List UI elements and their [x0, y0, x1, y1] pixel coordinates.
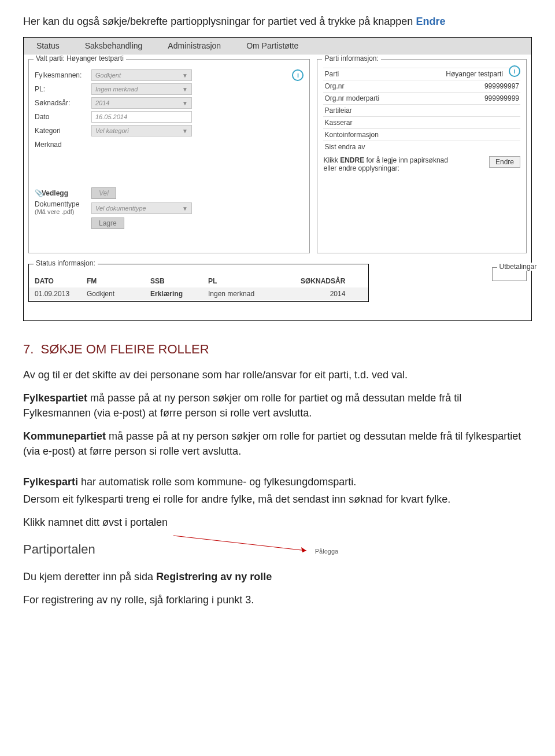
kv-orgnr-v: 999999997 [484, 82, 519, 90]
vel-button[interactable]: Vel [91, 187, 116, 199]
screenshot-main: Status Saksbehandling Administrasjon Om … [23, 37, 532, 321]
label-soknadsar: Søknadsår: [35, 99, 87, 107]
select-dokumenttype[interactable]: Vel dokumenttype▼ [91, 202, 192, 214]
label-pl: PL: [35, 85, 87, 93]
kv-partileiar-k: Partileiar [324, 106, 352, 115]
label-dokumenttype: Dokumenttype(Må vere .pdf) [35, 201, 87, 216]
chevron-down-icon: ▼ [182, 128, 188, 134]
kv-konto-k: Kontoinformasjon [324, 131, 378, 139]
panel-utbetalingar: Utbetalingar [492, 267, 527, 281]
svg-marker-1 [301, 547, 306, 552]
label-merknad: Merknad [35, 141, 87, 149]
status-table-row: 01.09.2013 Godkjent Erklæring Ingen merk… [29, 287, 368, 300]
endre-button[interactable]: Endre [489, 156, 520, 168]
kv-orgnrmoder-v: 999999999 [484, 94, 519, 102]
panel-legend-status: Status informasjon: [34, 259, 98, 267]
panel-legend-utbet: Utbetalingar [497, 263, 539, 271]
p-skifte: Av og til er det skifte av dei personane… [23, 367, 532, 382]
tab-bar: Status Saksbehandling Administrasjon Om … [24, 38, 531, 54]
label-kategori: Kategori [35, 127, 87, 135]
kv-parti-k: Parti [324, 70, 339, 78]
kv-orgnrmoder-k: Org.nr moderparti [324, 94, 379, 102]
p-fylkesparti2: Dersom eit fylkesparti treng ei rolle fo… [23, 492, 532, 507]
chevron-down-icon: ▼ [182, 205, 188, 212]
partiportalen-title: Partiportalen [23, 542, 95, 557]
label-fylkesmannen: Fylkesmannen: [35, 71, 87, 79]
endre-note: Klikk ENDRE for å legje inn papirsøknad … [323, 156, 462, 172]
p-fylkesparti: Fylkesparti har automatisk rolle som kom… [23, 474, 532, 489]
tab-saksbehandling[interactable]: Saksbehandling [72, 38, 156, 54]
arrow-annotation [173, 534, 318, 560]
panel-legend-left: Valt parti: Høyanger testparti [34, 54, 126, 62]
tab-administrasjon[interactable]: Administrasjon [155, 38, 234, 54]
chevron-down-icon: ▼ [182, 72, 188, 79]
p-fylkespartiet: Fylkespartiet må passe på at ny person s… [23, 390, 532, 421]
kv-parti-v: Høyanger testparti [446, 70, 503, 78]
kv-orgnr-k: Org.nr [324, 82, 344, 90]
svg-line-0 [173, 536, 306, 551]
intro-endre: Endre [416, 16, 445, 27]
status-table-header: DATO FM SSB PL SØKNADSÅR [29, 277, 368, 287]
input-dato[interactable]: 16.05.2014 [91, 111, 192, 123]
panel-valt-parti: Valt parti: Høyanger testparti Fylkesman… [28, 59, 310, 253]
panel-parti-info: Parti informasjon: i PartiHøyanger testp… [317, 59, 527, 253]
label-vedlegg: 📎Vedlegg [35, 189, 87, 197]
select-soknadsar[interactable]: 2014▼ [91, 97, 192, 109]
paperclip-icon: 📎 [35, 189, 40, 197]
kv-kasserar-k: Kasserar [324, 119, 352, 127]
select-kategori[interactable]: Vel kategori▼ [91, 125, 192, 137]
p-klikk-namnet: Klikk namnet ditt øvst i portalen [23, 515, 532, 530]
p-kommunepartiet: Kommunepartiet må passe på at ny person … [23, 429, 532, 459]
select-pl[interactable]: Ingen merknad▼ [91, 83, 192, 95]
intro-text: Her kan du også søkje/bekrefte partioppl… [23, 16, 416, 27]
info-icon[interactable]: i [509, 65, 520, 77]
chevron-down-icon: ▼ [182, 86, 188, 93]
info-icon[interactable]: i [292, 69, 304, 81]
tab-om-partistotte[interactable]: Om Partistøtte [234, 38, 311, 54]
select-fylkesmannen[interactable]: Godkjent▼ [91, 69, 192, 81]
tab-status[interactable]: Status [24, 38, 72, 54]
kv-sistendra-k: Sist endra av [324, 143, 365, 151]
chevron-down-icon: ▼ [182, 100, 188, 106]
section-heading: 7. SØKJE OM FLEIRE ROLLER [23, 342, 532, 357]
screenshot-partiportalen: Partiportalen Pålogga [23, 538, 532, 561]
p-for-registrering: For registrering av ny rolle, sjå forkla… [23, 592, 532, 607]
lagre-button[interactable]: Lagre [91, 217, 124, 229]
label-dato: Dato [35, 113, 87, 121]
palogga-label[interactable]: Pålogga [315, 544, 338, 555]
p-du-kjem: Du kjem deretter inn på sida Registrerin… [23, 569, 532, 584]
intro-paragraph: Her kan du også søkje/bekrefte partioppl… [23, 14, 532, 29]
panel-status-info: Status informasjon: DATO FM SSB PL SØKNA… [28, 264, 369, 302]
panel-legend-right: Parti informasjon: [322, 54, 380, 62]
